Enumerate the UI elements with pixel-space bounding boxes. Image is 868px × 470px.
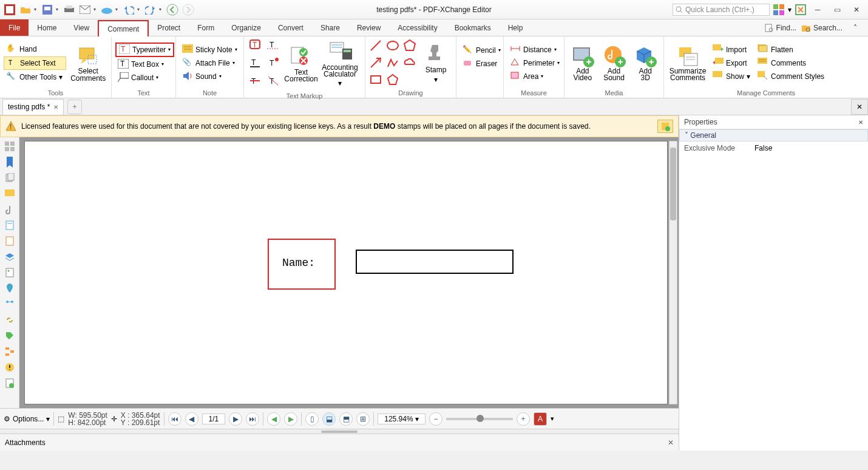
- summarize-comments-button[interactable]: Summarize Comments: [668, 44, 708, 83]
- sidepane-history-icon[interactable]: [3, 376, 16, 390]
- hand-tool[interactable]: ✋Hand: [4, 43, 66, 55]
- sidepane-bookmark-icon[interactable]: [3, 155, 16, 169]
- next-view-button[interactable]: ▶: [284, 412, 297, 426]
- layout-facing-icon[interactable]: ⬒: [339, 412, 353, 426]
- launch-icon[interactable]: [795, 4, 806, 15]
- markup-icon-b[interactable]: T: [266, 56, 283, 73]
- vertical-scrollbar[interactable]: [669, 141, 677, 404]
- tab-review[interactable]: Review: [348, 19, 389, 36]
- markup-icon-c[interactable]: T: [266, 74, 283, 91]
- attachments-close-button[interactable]: ✕: [668, 438, 674, 447]
- prev-view-button[interactable]: ◀: [267, 412, 280, 426]
- tab-help[interactable]: Help: [500, 19, 532, 36]
- sidepane-thumbnails-icon[interactable]: [3, 140, 16, 153]
- forward-icon[interactable]: [181, 2, 195, 17]
- sidepane-content-icon[interactable]: [3, 266, 16, 279]
- perimeter-tool[interactable]: Perimeter ▾: [507, 57, 562, 69]
- maximize-button[interactable]: ▭: [829, 3, 845, 16]
- stamp-button[interactable]: Stamp ▾: [421, 41, 450, 85]
- cloud-icon[interactable]: [100, 2, 114, 17]
- sidepane-copy-icon[interactable]: [3, 171, 16, 185]
- sticky-note-tool[interactable]: Sticky Note ▾: [180, 44, 240, 56]
- sidepane-layers-icon[interactable]: [3, 250, 16, 264]
- next-page-button[interactable]: ▶: [229, 412, 242, 426]
- line-shape-icon[interactable]: [369, 39, 384, 53]
- markup-icon-a[interactable]: T: [266, 38, 283, 55]
- import-comments-button[interactable]: Import: [710, 44, 753, 56]
- sidepane-tree-icon[interactable]: [3, 345, 16, 358]
- last-page-button[interactable]: ⏭: [246, 412, 259, 426]
- select-comments-button[interactable]: Select Comments: [69, 43, 107, 83]
- tab-protect[interactable]: Protect: [149, 19, 189, 36]
- zoom-slider[interactable]: [446, 418, 513, 420]
- add-sound-button[interactable]: Add Sound: [600, 44, 629, 83]
- sidepane-signatures-icon[interactable]: [3, 234, 16, 248]
- cloud-shape-icon[interactable]: [403, 56, 418, 70]
- pentagon-shape-icon[interactable]: [386, 73, 401, 87]
- polygon-shape-icon[interactable]: [403, 39, 418, 53]
- back-icon[interactable]: [165, 2, 180, 17]
- undo-icon[interactable]: [121, 2, 136, 17]
- properties-group-general[interactable]: ˅ General: [679, 129, 868, 141]
- oval-shape-icon[interactable]: [386, 39, 401, 53]
- select-text-tool[interactable]: ＴSelect Text: [4, 56, 66, 70]
- sidepane-3dviews-icon[interactable]: [3, 298, 16, 311]
- warning-action-button[interactable]: [657, 120, 673, 133]
- flatten-button[interactable]: Flatten: [755, 44, 827, 56]
- tab-bookmarks[interactable]: Bookmarks: [446, 19, 500, 36]
- redo-icon[interactable]: [143, 2, 158, 17]
- strikeout-icon[interactable]: T: [248, 74, 265, 91]
- page[interactable]: Name:: [24, 141, 668, 404]
- attach-file-tool[interactable]: 📎Attach File ▾: [180, 57, 240, 69]
- sidepane-properties-icon[interactable]: [3, 361, 16, 374]
- find-button[interactable]: Find...: [764, 23, 796, 33]
- tab-form[interactable]: Form: [189, 19, 223, 36]
- open-icon[interactable]: [18, 2, 33, 17]
- arrow-shape-icon[interactable]: [369, 56, 384, 70]
- sidepane-destinations-icon[interactable]: [3, 282, 16, 295]
- add-3d-button[interactable]: Add 3D: [631, 44, 660, 83]
- sidepane-links-icon[interactable]: [3, 313, 16, 327]
- export-comments-button[interactable]: Export: [710, 57, 753, 69]
- accounting-calculator-button[interactable]: Accounting Calculator ▾: [319, 40, 361, 89]
- tab-share[interactable]: Share: [312, 19, 348, 36]
- sidepane-comments-icon[interactable]: [3, 187, 16, 200]
- layout-facing-cont-icon[interactable]: ⊞: [356, 412, 370, 426]
- tab-convert[interactable]: Convert: [270, 19, 312, 36]
- minimize-button[interactable]: ─: [810, 3, 826, 16]
- properties-close-button[interactable]: ✕: [858, 119, 863, 126]
- typewriter-tool[interactable]: TTypewriter ▾: [115, 43, 174, 57]
- hsplit-handle[interactable]: [321, 431, 358, 433]
- distance-tool[interactable]: Distance ▾: [507, 44, 562, 56]
- first-page-button[interactable]: ⏮: [168, 412, 181, 426]
- area-tool[interactable]: Area ▾: [507, 70, 562, 83]
- polyline-shape-icon[interactable]: [386, 56, 401, 70]
- highlight-icon[interactable]: T: [248, 38, 265, 55]
- comments-panel-button[interactable]: Comments: [755, 57, 827, 69]
- tab-close-icon[interactable]: ✕: [53, 104, 58, 111]
- text-correction-button[interactable]: Text Correction: [284, 45, 318, 84]
- zoom-field[interactable]: 125.94% ▾: [378, 414, 426, 424]
- other-tools[interactable]: 🔧Other Tools ▾: [4, 71, 66, 83]
- close-doc-button[interactable]: ✕: [851, 99, 868, 115]
- zoom-out-button[interactable]: −: [429, 412, 442, 426]
- layout-single-icon[interactable]: ▯: [305, 412, 319, 426]
- layout-continuous-icon[interactable]: ⬓: [322, 412, 336, 426]
- sidepane-attachments-icon[interactable]: [3, 203, 16, 216]
- close-button[interactable]: ✕: [849, 3, 864, 16]
- print-icon[interactable]: [62, 2, 76, 17]
- document-tab[interactable]: testing pdfs * ✕: [2, 99, 64, 115]
- comment-styles-button[interactable]: Comment Styles: [755, 70, 827, 83]
- callout-tool[interactable]: Callout ▾: [115, 72, 174, 84]
- tab-view[interactable]: View: [65, 19, 98, 36]
- document-canvas[interactable]: Name:: [19, 137, 679, 408]
- file-tab[interactable]: File: [0, 19, 29, 36]
- mail-icon[interactable]: [78, 2, 92, 17]
- sidepane-fields-icon[interactable]: [3, 219, 16, 232]
- underline-icon[interactable]: T: [248, 56, 265, 73]
- property-exclusive-mode[interactable]: Exclusive Mode False: [679, 141, 868, 155]
- save-icon[interactable]: [40, 2, 55, 17]
- options-button[interactable]: ⚙ Options... ▾: [4, 415, 50, 423]
- quick-launch-input[interactable]: Quick Launch (Ctrl+.): [673, 4, 770, 16]
- zoom-in-button[interactable]: ＋: [517, 412, 530, 426]
